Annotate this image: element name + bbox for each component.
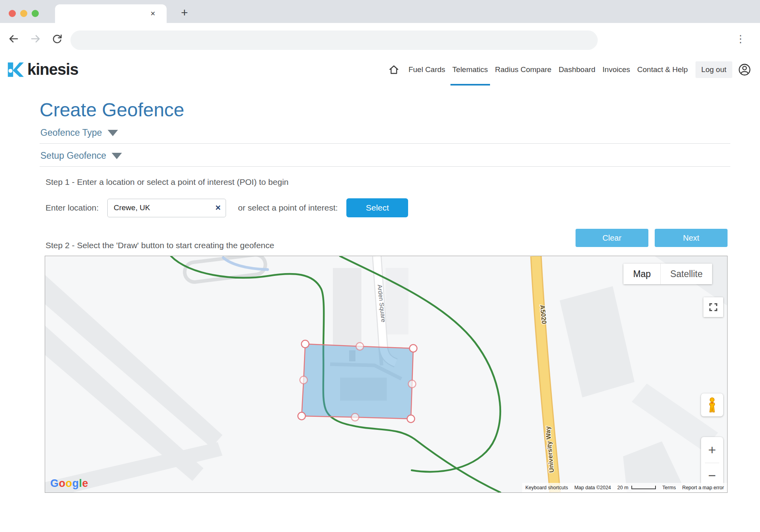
google-letter: e <box>82 477 89 489</box>
tab-close-icon[interactable]: ✕ <box>150 10 156 17</box>
google-letter: G <box>50 477 59 489</box>
google-logo[interactable]: Google <box>50 477 88 490</box>
location-input[interactable] <box>107 199 226 217</box>
geofence-polygon[interactable] <box>298 340 417 423</box>
scale-bar <box>631 486 656 489</box>
next-button[interactable]: Next <box>655 229 728 247</box>
geofence-midpoint-handle[interactable] <box>300 376 308 384</box>
close-window-button[interactable] <box>9 10 16 17</box>
browser-toolbar: ⋮ <box>0 23 760 53</box>
map-type-control: Map Satellite <box>623 264 712 284</box>
pegman-button[interactable] <box>701 393 723 416</box>
fullscreen-icon <box>709 302 718 312</box>
chevron-down-icon <box>108 130 118 136</box>
nav-item-invoices[interactable]: Invoices <box>599 53 634 86</box>
reload-icon[interactable] <box>50 32 64 46</box>
map-canvas[interactable]: Arden Square A5020 University Way <box>45 256 727 492</box>
geofence-vertex-handle[interactable] <box>410 345 417 352</box>
clear-button[interactable]: Clear <box>576 229 648 247</box>
enter-location-label: Enter location: <box>46 203 99 213</box>
geofence-midpoint-handle[interactable] <box>356 343 364 350</box>
new-tab-button[interactable]: + <box>177 5 192 21</box>
poi-label: or select a point of interest: <box>238 203 338 213</box>
scale-label: 20 m <box>618 485 629 490</box>
account-icon[interactable] <box>738 63 751 76</box>
report-map-error-link[interactable]: Report a map error <box>679 483 727 492</box>
brand-name: kinesis <box>27 61 78 78</box>
map-type-map-button[interactable]: Map <box>623 264 660 284</box>
nav-item-fuel-cards[interactable]: Fuel Cards <box>405 53 449 86</box>
page-title: Create Geofence <box>40 99 730 121</box>
site-header: kinesis Fuel Cards Telematics Radius Com… <box>0 53 760 86</box>
url-bar[interactable] <box>70 30 598 50</box>
nav-item-telematics[interactable]: Telematics <box>449 53 492 86</box>
google-letter: o <box>66 477 72 489</box>
nav-item-dashboard[interactable]: Dashboard <box>555 53 599 86</box>
section-label: Geofence Type <box>40 127 102 138</box>
location-row: Enter location: ✕ or select a point of i… <box>46 198 730 217</box>
back-icon[interactable] <box>6 32 21 46</box>
map-attribution: Keyboard shortcuts Map data ©2024 20 m T… <box>522 483 727 492</box>
browser-menu-icon[interactable]: ⋮ <box>735 32 746 46</box>
main-nav: Fuel Cards Telematics Radius Compare Das… <box>386 53 751 86</box>
section-toggle-setup-geofence[interactable]: Setup Geofence <box>40 144 730 166</box>
geofence-midpoint-handle[interactable] <box>352 414 359 421</box>
main-content: Create Geofence Geofence Type Setup Geof… <box>0 99 760 493</box>
kinesis-logo-icon <box>6 61 24 79</box>
nav-home-icon[interactable] <box>386 53 405 86</box>
keyboard-shortcuts-link[interactable]: Keyboard shortcuts <box>522 483 571 492</box>
zoom-in-button[interactable]: + <box>701 437 723 463</box>
google-letter: l <box>79 477 82 489</box>
logout-button[interactable]: Log out <box>695 61 732 78</box>
kinesis-logo[interactable]: kinesis <box>6 61 78 79</box>
browser-tabstrip: ✕ + <box>0 0 760 23</box>
geofence-midpoint-handle[interactable] <box>408 380 416 388</box>
terms-link[interactable]: Terms <box>659 483 679 492</box>
google-letter: g <box>72 477 79 489</box>
map-scale: 20 m <box>614 483 659 492</box>
step1-instruction: Step 1 - Enter a location or select a po… <box>46 177 730 187</box>
nav-item-contact-help[interactable]: Contact & Help <box>634 53 692 86</box>
geofence-vertex-handle[interactable] <box>407 415 415 423</box>
map-type-satellite-button[interactable]: Satellite <box>660 264 712 284</box>
section-label: Setup Geofence <box>40 150 106 161</box>
forward-icon[interactable] <box>28 32 43 46</box>
divider <box>40 166 730 167</box>
nav-item-radius-compare[interactable]: Radius Compare <box>492 53 555 86</box>
geofence-vertex-handle[interactable] <box>298 412 306 420</box>
map-building <box>333 268 361 346</box>
maximize-window-button[interactable] <box>32 10 39 17</box>
map-data-label: Map data ©2024 <box>571 483 614 492</box>
chevron-down-icon <box>112 153 122 159</box>
google-letter: o <box>59 477 66 489</box>
zoom-control: + − <box>701 437 723 488</box>
select-poi-button[interactable]: Select <box>346 198 408 217</box>
pegman-icon <box>707 397 717 413</box>
minimize-window-button[interactable] <box>20 10 27 17</box>
fullscreen-button[interactable] <box>703 297 723 317</box>
map-building <box>386 268 408 334</box>
browser-tab[interactable]: ✕ <box>55 4 167 23</box>
clear-location-icon[interactable]: ✕ <box>215 203 221 212</box>
map-container[interactable]: Arden Square A5020 University Way Map Sa… <box>45 256 728 493</box>
section-toggle-geofence-type[interactable]: Geofence Type <box>40 121 730 143</box>
window-controls <box>9 10 39 17</box>
geofence-vertex-handle[interactable] <box>302 340 309 348</box>
